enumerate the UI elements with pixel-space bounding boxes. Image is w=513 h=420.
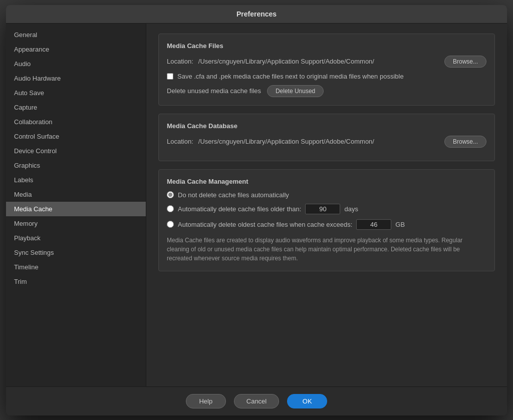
exceeds-unit: GB — [395, 221, 405, 228]
radio-exceeds-row: Automatically delete oldest cache files … — [167, 219, 486, 230]
db-location-path: /Users/cnguyen/Library/Application Suppo… — [198, 138, 439, 145]
sidebar-item-media-cache[interactable]: Media Cache — [6, 202, 146, 216]
radio-no-delete[interactable] — [167, 191, 174, 198]
save-cfa-checkbox[interactable] — [167, 73, 173, 80]
files-location-label: Location: — [167, 58, 193, 65]
sidebar-item-control-surface[interactable]: Control Surface — [6, 129, 146, 144]
exceeds-value-input[interactable] — [356, 219, 391, 230]
sidebar-item-playback[interactable]: Playback — [6, 231, 146, 245]
files-location-row: Location: /Users/cnguyen/Library/Applica… — [167, 56, 486, 68]
radio-no-delete-row: Do not delete cache files automatically — [167, 191, 486, 199]
db-location-label: Location: — [167, 138, 193, 145]
files-browse-button[interactable]: Browse... — [444, 56, 486, 68]
sidebar-item-collaboration[interactable]: Collaboration — [6, 115, 146, 129]
media-cache-management-section: Media Cache Management Do not delete cac… — [158, 169, 495, 271]
media-cache-database-title: Media Cache Database — [167, 122, 486, 130]
sidebar-item-audio[interactable]: Audio — [6, 57, 146, 71]
sidebar-item-memory[interactable]: Memory — [6, 216, 146, 231]
cancel-button[interactable]: Cancel — [234, 394, 279, 408]
help-button[interactable]: Help — [186, 394, 226, 408]
older-than-value-input[interactable] — [305, 204, 340, 214]
preferences-dialog: Preferences GeneralAppearanceAudioAudio … — [6, 5, 507, 415]
sidebar-item-timeline[interactable]: Timeline — [6, 260, 146, 274]
sidebar-item-media[interactable]: Media — [6, 187, 146, 202]
db-browse-button[interactable]: Browse... — [444, 136, 486, 148]
sidebar-item-labels[interactable]: Labels — [6, 173, 146, 187]
delete-unused-label: Delete unused media cache files — [167, 87, 261, 95]
radio-older-than-row: Automatically delete cache files older t… — [167, 204, 486, 214]
files-location-path: /Users/cnguyen/Library/Application Suppo… — [198, 58, 439, 65]
delete-unused-row: Delete unused media cache files Delete U… — [167, 85, 486, 97]
save-cfa-label: Save .cfa and .pek media cache files nex… — [177, 73, 404, 80]
content-area: GeneralAppearanceAudioAudio HardwareAuto… — [6, 24, 507, 386]
sidebar-item-audio-hardware[interactable]: Audio Hardware — [6, 71, 146, 86]
radio-exceeds[interactable] — [167, 221, 174, 228]
main-panel: Media Cache Files Location: /Users/cnguy… — [146, 24, 507, 386]
sidebar: GeneralAppearanceAudioAudio HardwareAuto… — [6, 24, 146, 386]
media-cache-management-title: Media Cache Management — [167, 178, 486, 185]
sidebar-item-auto-save[interactable]: Auto Save — [6, 86, 146, 100]
media-cache-files-section: Media Cache Files Location: /Users/cnguy… — [158, 34, 495, 106]
media-cache-database-section: Media Cache Database Location: /Users/cn… — [158, 114, 495, 161]
management-description: Media Cache files are created to display… — [167, 236, 486, 263]
sidebar-item-capture[interactable]: Capture — [6, 100, 146, 115]
save-cfa-row: Save .cfa and .pek media cache files nex… — [167, 73, 486, 80]
db-location-row: Location: /Users/cnguyen/Library/Applica… — [167, 136, 486, 148]
radio-exceeds-label: Automatically delete oldest cache files … — [178, 221, 352, 228]
sidebar-item-graphics[interactable]: Graphics — [6, 158, 146, 173]
sidebar-item-appearance[interactable]: Appearance — [6, 42, 146, 57]
sidebar-item-general[interactable]: General — [6, 28, 146, 42]
radio-no-delete-label: Do not delete cache files automatically — [178, 191, 289, 199]
footer: Help Cancel OK — [6, 386, 507, 415]
older-than-unit: days — [344, 205, 358, 213]
sidebar-item-trim[interactable]: Trim — [6, 274, 146, 289]
sidebar-item-sync-settings[interactable]: Sync Settings — [6, 245, 146, 260]
delete-unused-button[interactable]: Delete Unused — [267, 85, 324, 97]
dialog-title: Preferences — [6, 5, 507, 24]
sidebar-item-device-control[interactable]: Device Control — [6, 144, 146, 158]
media-cache-files-title: Media Cache Files — [167, 42, 486, 50]
radio-older-than[interactable] — [167, 205, 174, 212]
radio-older-than-label: Automatically delete cache files older t… — [178, 205, 301, 213]
ok-button[interactable]: OK — [287, 394, 327, 408]
